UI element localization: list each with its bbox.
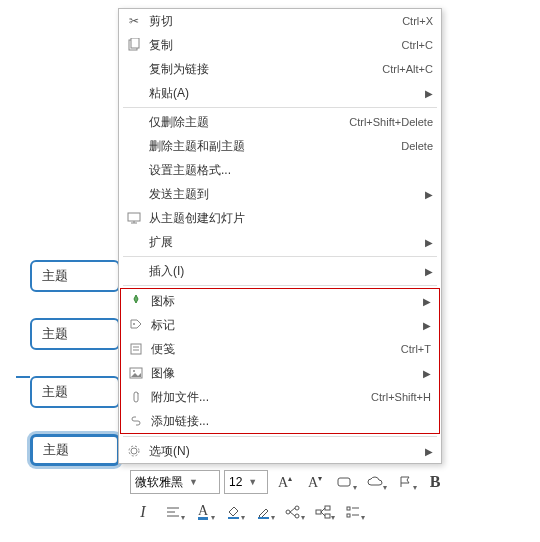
chevron-down-icon: ▾ — [271, 513, 275, 522]
node-label: 主题 — [42, 325, 68, 343]
copy-icon — [123, 35, 145, 55]
shortcut: Delete — [401, 140, 433, 152]
menu-label: 插入(I) — [145, 263, 423, 280]
menu-label: 标记 — [147, 317, 421, 334]
menu-format[interactable]: 设置主题格式... — [119, 158, 441, 182]
font-grow-icon: A▴ — [278, 474, 292, 491]
menu-label: 扩展 — [145, 234, 423, 251]
cloud-button[interactable]: ▾ — [362, 470, 388, 494]
menu-slides[interactable]: 从主题创建幻灯片 — [119, 206, 441, 230]
chevron-down-icon: ▾ — [301, 513, 305, 522]
menu-insert[interactable]: 插入(I) ▶ — [119, 259, 441, 283]
menu-label: 便笺 — [147, 341, 401, 358]
menu-label: 添加链接... — [147, 413, 431, 430]
menu-note[interactable]: 便笺 Ctrl+T — [121, 337, 439, 361]
svg-rect-25 — [325, 506, 330, 510]
svg-rect-2 — [128, 213, 140, 221]
chevron-down-icon: ▾ — [331, 513, 335, 522]
svg-point-5 — [133, 323, 135, 325]
menu-delete-all[interactable]: 删除主题和副主题 Delete — [119, 134, 441, 158]
decrease-font-button[interactable]: A▾ — [302, 470, 328, 494]
font-color-button[interactable]: A▾ — [190, 500, 216, 524]
chevron-down-icon: ▾ — [211, 513, 215, 522]
flag-button[interactable]: ▾ — [392, 470, 418, 494]
italic-button[interactable]: I — [130, 500, 156, 524]
menu-label: 粘贴(A) — [145, 85, 423, 102]
bold-button[interactable]: B — [422, 470, 448, 494]
shortcut: Ctrl+Alt+C — [382, 63, 433, 75]
format-toolbar: 微软雅黑▼ 12▼ A▴ A▾ ▾ ▾ ▾ B I ▾ A▾ ▾ ▾ ▾ ▾ ▾ — [130, 470, 448, 524]
svg-point-20 — [295, 506, 299, 510]
menu-image[interactable]: 图像 ▶ — [121, 361, 439, 385]
font-size: 12 — [229, 475, 242, 489]
screen-icon — [123, 208, 145, 228]
shape-icon — [337, 475, 353, 489]
menu-delete-topic[interactable]: 仅删除主题 Ctrl+Shift+Delete — [119, 110, 441, 134]
structure-button[interactable]: ▾ — [280, 500, 306, 524]
menu-icon[interactable]: 图标 ▶ — [121, 289, 439, 313]
tag-icon — [125, 315, 147, 335]
font-select[interactable]: 微软雅黑▼ — [130, 470, 220, 494]
topic-node[interactable]: 主题 — [30, 318, 120, 350]
chevron-right-icon: ▶ — [421, 320, 431, 331]
list-button[interactable]: ▾ — [340, 500, 366, 524]
bucket-icon — [226, 505, 240, 519]
svg-point-10 — [133, 370, 135, 372]
cloud-icon — [367, 475, 383, 489]
menu-paste[interactable]: 粘贴(A) ▶ — [119, 81, 441, 105]
menu-copy[interactable]: 复制 Ctrl+C — [119, 33, 441, 57]
menu-send-to[interactable]: 发送主题到 ▶ — [119, 182, 441, 206]
note-icon — [125, 339, 147, 359]
svg-rect-1 — [131, 38, 139, 48]
svg-line-27 — [321, 508, 325, 512]
chevron-right-icon: ▶ — [423, 237, 433, 248]
node-label: 主题 — [42, 383, 68, 401]
font-name: 微软雅黑 — [135, 474, 183, 491]
svg-point-19 — [286, 510, 290, 514]
menu-label: 复制 — [145, 37, 402, 54]
separator — [123, 285, 437, 286]
chevron-right-icon: ▶ — [423, 189, 433, 200]
separator — [123, 256, 437, 257]
line-color-button[interactable]: ▾ — [250, 500, 276, 524]
svg-line-22 — [290, 508, 295, 512]
menu-extend[interactable]: 扩展 ▶ — [119, 230, 441, 254]
shortcut: Ctrl+X — [402, 15, 433, 27]
scissors-icon: ✂ — [123, 11, 145, 31]
structure-icon — [285, 505, 301, 519]
chevron-down-icon: ▾ — [361, 513, 365, 522]
separator — [123, 436, 437, 437]
menu-tag[interactable]: 标记 ▶ — [121, 313, 439, 337]
fill-color-button[interactable]: ▾ — [220, 500, 246, 524]
menu-label: 选项(N) — [145, 443, 423, 460]
menu-label: 设置主题格式... — [145, 162, 433, 179]
chevron-down-icon: ▾ — [353, 483, 357, 492]
increase-font-button[interactable]: A▴ — [272, 470, 298, 494]
topic-node[interactable]: 主题 — [30, 376, 120, 408]
menu-label: 删除主题和副主题 — [145, 138, 401, 155]
align-button[interactable]: ▾ — [160, 500, 186, 524]
menu-copy-link[interactable]: 复制为链接 Ctrl+Alt+C — [119, 57, 441, 81]
shape-button[interactable]: ▾ — [332, 470, 358, 494]
node-label: 主题 — [43, 441, 69, 459]
layout-button[interactable]: ▾ — [310, 500, 336, 524]
font-shrink-icon: A▾ — [308, 474, 322, 491]
link-icon — [125, 411, 147, 431]
menu-attach[interactable]: 附加文件... Ctrl+Shift+H — [121, 385, 439, 409]
image-icon — [125, 363, 147, 383]
topic-node-selected[interactable]: 主题 — [30, 434, 120, 466]
chevron-right-icon: ▶ — [421, 296, 431, 307]
menu-link[interactable]: 添加链接... — [121, 409, 439, 433]
gear-icon — [123, 441, 145, 461]
svg-point-21 — [295, 514, 299, 518]
shortcut: Ctrl+Shift+Delete — [349, 116, 433, 128]
italic-icon: I — [140, 503, 145, 521]
topic-node[interactable]: 主题 — [30, 260, 120, 292]
svg-point-11 — [131, 448, 137, 454]
svg-rect-31 — [347, 514, 350, 517]
menu-options[interactable]: 选项(N) ▶ — [119, 439, 441, 463]
chevron-down-icon: ▾ — [241, 513, 245, 522]
menu-cut[interactable]: ✂ 剪切 Ctrl+X — [119, 9, 441, 33]
chevron-right-icon: ▶ — [423, 266, 433, 277]
size-select[interactable]: 12▼ — [224, 470, 268, 494]
